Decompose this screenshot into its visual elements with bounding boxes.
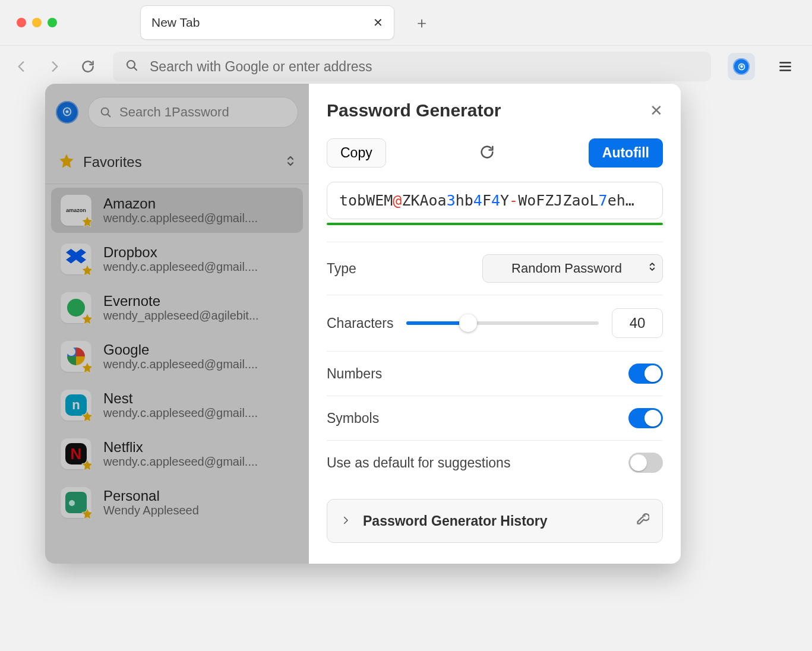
sidebar-header: ⦿ Search 1Password	[45, 84, 309, 141]
history-label: Password Generator History	[363, 513, 548, 529]
characters-value[interactable]: 40	[612, 308, 663, 338]
search-placeholder: Search 1Password	[119, 105, 229, 120]
favorite-item[interactable]: amazonAmazonwendy.c.appleseed@gmail....	[51, 188, 303, 233]
favorite-item[interactable]: PersonalWendy Appleseed	[51, 480, 303, 525]
tab-close-button[interactable]: ✕	[373, 15, 383, 30]
section-title: Favorites	[83, 154, 142, 170]
slider-thumb[interactable]	[459, 314, 477, 332]
popup-sidebar: ⦿ Search 1Password Favorites amazonAmazo…	[45, 84, 309, 564]
default-suggestions-label: Use as default for suggestions	[327, 455, 510, 471]
regenerate-button[interactable]	[479, 144, 495, 163]
dropbox-icon	[61, 244, 91, 274]
symbols-label: Symbols	[327, 410, 379, 426]
type-label: Type	[327, 261, 356, 277]
new-tab-button[interactable]: ＋	[410, 11, 434, 34]
autofill-button[interactable]: Autofill	[589, 138, 663, 168]
tab-title: New Tab	[151, 15, 200, 30]
tab-strip: New Tab ✕ ＋	[0, 0, 812, 46]
favorite-item[interactable]: Evernotewendy_appleseed@agilebit...	[51, 285, 303, 330]
favorite-item[interactable]: Dropboxwendy.c.appleseed@gmail....	[51, 236, 303, 282]
password-generator-panel: Password Generator ✕ Copy Autofill tobWE…	[309, 84, 681, 564]
onepassword-extension-button[interactable]: ⦿	[728, 53, 755, 80]
amazon-icon: amazon	[61, 195, 91, 226]
symbols-toggle[interactable]	[628, 408, 663, 428]
chevron-right-icon	[340, 513, 351, 529]
favorite-star-icon	[81, 264, 94, 277]
favorite-title: Google	[103, 342, 293, 358]
window-controls	[17, 18, 57, 27]
favorite-star-icon	[81, 215, 94, 228]
favorite-subtitle: wendy.c.appleseed@gmail....	[103, 455, 293, 469]
favorite-item[interactable]: Googlewendy.c.appleseed@gmail....	[51, 334, 303, 379]
window-close-button[interactable]	[17, 18, 26, 27]
favorite-subtitle: wendy.c.appleseed@gmail....	[103, 260, 293, 274]
characters-label: Characters	[327, 315, 393, 331]
favorites-list: amazonAmazonwendy.c.appleseed@gmail....D…	[45, 184, 309, 564]
search-icon	[125, 58, 139, 75]
numbers-label: Numbers	[327, 366, 382, 382]
favorite-title: Personal	[103, 488, 293, 504]
reload-button[interactable]	[80, 58, 96, 75]
browser-toolbar: Search with Google or enter address ⦿	[0, 46, 812, 87]
favorite-title: Dropbox	[103, 244, 293, 261]
url-bar[interactable]: Search with Google or enter address	[113, 52, 711, 81]
sidebar-search-input[interactable]: Search 1Password	[88, 97, 298, 128]
favorite-title: Amazon	[103, 195, 293, 212]
favorite-subtitle: wendy_appleseed@agilebit...	[103, 309, 293, 323]
nest-icon: n	[61, 390, 91, 421]
type-select[interactable]: Random Password	[482, 254, 663, 283]
favorite-subtitle: wendy.c.appleseed@gmail....	[103, 406, 293, 420]
numbers-toggle[interactable]	[628, 364, 663, 384]
browser-tab[interactable]: New Tab ✕	[140, 5, 394, 40]
panel-title: Password Generator	[327, 100, 501, 121]
personal-icon	[61, 487, 91, 518]
favorite-star-icon	[81, 312, 94, 326]
star-icon	[58, 153, 75, 172]
favorite-star-icon	[81, 410, 94, 423]
default-suggestions-toggle[interactable]	[628, 453, 663, 473]
favorites-section-header[interactable]: Favorites	[45, 141, 309, 184]
favorite-star-icon	[81, 507, 94, 520]
onepassword-icon[interactable]: ⦿	[56, 101, 78, 124]
favorite-title: Evernote	[103, 293, 293, 309]
favorite-star-icon	[81, 459, 94, 472]
close-panel-button[interactable]: ✕	[650, 102, 663, 120]
window-minimize-button[interactable]	[32, 18, 42, 27]
favorite-subtitle: Wendy Appleseed	[103, 504, 293, 517]
favorite-subtitle: wendy.c.appleseed@gmail....	[103, 358, 293, 371]
favorite-title: Nest	[103, 390, 293, 407]
characters-slider[interactable]	[406, 321, 599, 325]
type-value: Random Password	[511, 261, 622, 276]
svg-point-2	[644, 515, 646, 517]
favorite-item[interactable]: NNetflixwendy.c.appleseed@gmail....	[51, 431, 303, 476]
favorite-title: Netflix	[103, 439, 293, 456]
password-strength-bar	[327, 223, 663, 225]
favorite-item[interactable]: nNestwendy.c.appleseed@gmail....	[51, 383, 303, 428]
url-placeholder: Search with Google or enter address	[150, 59, 372, 75]
favorite-subtitle: wendy.c.appleseed@gmail....	[103, 211, 293, 225]
back-button[interactable]	[13, 58, 30, 75]
copy-button[interactable]: Copy	[327, 138, 386, 168]
app-menu-button[interactable]	[772, 53, 799, 80]
google-icon	[61, 341, 91, 372]
forward-button[interactable]	[46, 58, 63, 75]
evernote-icon	[61, 292, 91, 323]
netflix-icon: N	[61, 438, 91, 469]
window-zoom-button[interactable]	[48, 18, 57, 27]
generated-password-field[interactable]: tobWEM@ZKAoa3hb4F4Y-WoFZJZaoL7eh…	[327, 182, 663, 219]
browser-window: New Tab ✕ ＋ Search with Google or enter …	[0, 0, 812, 651]
key-icon	[634, 511, 649, 530]
onepassword-icon: ⦿	[733, 58, 750, 75]
password-history-button[interactable]: Password Generator History	[327, 499, 663, 543]
sort-updown-icon[interactable]	[285, 154, 296, 170]
favorite-star-icon	[81, 361, 94, 374]
onepassword-popup: ⦿ Search 1Password Favorites amazonAmazo…	[45, 84, 681, 564]
chevron-updown-icon	[648, 261, 656, 276]
